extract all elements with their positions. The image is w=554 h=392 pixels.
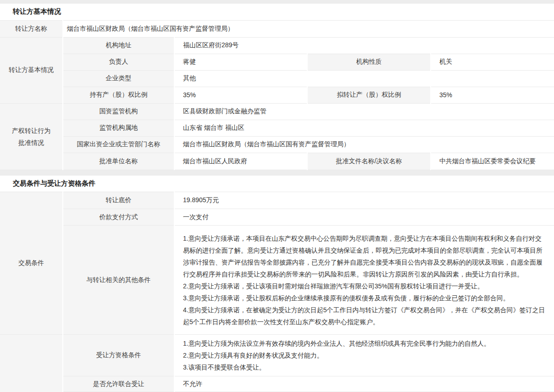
joint-transfer-label: 是否允许联合受让 <box>63 376 174 392</box>
table-row: 监管机构属地 山东省 烟台市 福山区 <box>0 120 554 136</box>
floor-price-label: 转让底价 <box>63 192 174 209</box>
approval-unit-label: 批准单位名称 <box>63 153 174 170</box>
qualification-requirements-value: 1.意向受让方须为依法设立并有效存续的境内外企业法人、其他经济组织或具有完全民事… <box>174 335 554 376</box>
holding-ratio-value: 35% <box>174 87 307 103</box>
table-row: 是否允许联合受让 不允许 <box>0 376 554 392</box>
table-row: 产权转让行为 批准情况 国资监管机构 区县级财政部门或金融办监管 <box>0 103 554 120</box>
other-conditions-paragraph-4: 4.意向受让方须承诺，在被确定为受让方的次日起5个工作日内与转让方签订《产权交易… <box>183 304 546 328</box>
payment-method-value: 一次支付 <box>174 209 554 226</box>
org-nature-label: 机构性质 <box>307 54 431 70</box>
table-row: 批准单位名称 烟台市福山区人民政府 批准文件名称/决议名称 中共烟台市福山区委常… <box>0 153 554 170</box>
approval-group-label-line2: 批准情况 <box>0 137 62 149</box>
qualification-paragraphs: 1.意向受让方须为依法设立并有效存续的境内外企业法人、其他经济组织或具有完全民事… <box>183 335 546 376</box>
section-gap <box>0 170 554 176</box>
payment-method-label: 价款支付方式 <box>63 209 174 226</box>
other-conditions-value: 1.意向受让方须承诺，本项目在山东产权交易中心公告期即为尽职调查期，意向受让方在… <box>174 226 554 335</box>
other-conditions-paragraph-3: 3.意向受让方须承诺，受让股权后标的企业继续承接原有的债权债务及或有负债，履行标… <box>183 292 546 304</box>
joint-transfer-value: 不允许 <box>174 376 554 392</box>
other-conditions-paragraphs: 1.意向受让方须承诺，本项目在山东产权交易中心公告期即为尽职调查期，意向受让方在… <box>183 230 546 331</box>
approval-group-label: 产权转让行为 批准情况 <box>0 103 63 170</box>
table-row: 国家出资企业或主管部门名称 烟台市福山区财政局（烟台市福山区国有资产监督管理局） <box>0 136 554 153</box>
qualification-paragraph-2: 2.意向受让方须具有良好的财务状况及支付能力。 <box>183 349 546 361</box>
qualification-paragraph-3: 3.该项目不接受联合体受让。 <box>183 361 546 373</box>
state-funded-enterprise-label: 国家出资企业或主管部门名称 <box>63 136 174 153</box>
table-row: 受让方资格条件 1.意向受让方须为依法设立并有效存续的境内外企业法人、其他经济组… <box>0 335 554 376</box>
table-row: 持有产（股）权比例 35% 拟转让产（股）权比例 35% <box>0 87 554 103</box>
regulator-location-value: 山东省 烟台市 福山区 <box>174 120 554 136</box>
approval-document-label: 批准文件名称/决议名称 <box>307 153 431 170</box>
org-nature-value: 机关 <box>431 54 554 70</box>
company-type-value: 其他 <box>174 70 554 87</box>
transferor-basic-info-table: 转让方基本情况 转让方名称 烟台市福山区财政局（烟台市福山区国有资产监督管理局）… <box>0 4 554 170</box>
other-conditions-paragraph-1: 1.意向受让方须承诺，本项目在山东产权交易中心公告期即为尽职调查期，意向受让方在… <box>183 232 546 280</box>
transfer-ratio-value: 35% <box>431 87 554 103</box>
trade-conditions-group-label: 交易条件 <box>0 192 63 335</box>
table-row: 交易条件 转让底价 19.8905万元 <box>0 192 554 209</box>
other-conditions-label: 与转让相关的其他条件 <box>63 226 174 335</box>
qualification-group-cell <box>0 335 63 392</box>
table-row: 转让方名称 烟台市福山区财政局（烟台市福山区国有资产监督管理局） <box>0 20 554 37</box>
table-row: 负责人 蒋健 机构性质 机关 <box>0 54 554 70</box>
table-row: 转让方基本情况 <box>0 4 554 20</box>
qualification-paragraph-1: 1.意向受让方须为依法设立并有效存续的境内外企业法人、其他经济组织或具有完全民事… <box>183 337 546 349</box>
approval-unit-value: 烟台市福山区人民政府 <box>174 153 307 170</box>
section2-title: 交易条件与受让方资格条件 <box>0 176 554 192</box>
top-gap <box>0 0 554 4</box>
state-funded-enterprise-value: 烟台市福山区财政局（烟台市福山区国有资产监督管理局） <box>174 136 554 153</box>
section1-title: 转让方基本情况 <box>0 4 554 20</box>
regulator-location-label: 监管机构属地 <box>63 120 174 136</box>
regulator-label: 国资监管机构 <box>63 103 174 120</box>
company-type-label: 企业类型 <box>63 70 174 87</box>
table-row: 交易条件与受让方资格条件 <box>0 176 554 192</box>
principal-value: 蒋健 <box>174 54 307 70</box>
table-row: 转让方基本情况 机构地址 福山区区府街289号 <box>0 37 554 54</box>
table-row: 价款支付方式 一次支付 <box>0 209 554 226</box>
other-conditions-paragraph-2: 2.意向受让方须承诺，受让该项目时需对烟台祥瑞旅游汽车有限公司35%国有股权转让… <box>183 280 546 292</box>
address-value: 福山区区府街289号 <box>174 37 554 54</box>
table-row: 企业类型 其他 <box>0 70 554 87</box>
transfer-ratio-label: 拟转让产（股）权比例 <box>307 87 431 103</box>
transferor-name-value: 烟台市福山区财政局（烟台市福山区国有资产监督管理局） <box>63 20 554 37</box>
transfer-info-page: 转让方基本情况 转让方名称 烟台市福山区财政局（烟台市福山区国有资产监督管理局）… <box>0 0 554 392</box>
trade-conditions-table: 交易条件与受让方资格条件 交易条件 转让底价 19.8905万元 价款支付方式 … <box>0 176 554 392</box>
principal-label: 负责人 <box>63 54 174 70</box>
qualification-requirements-label: 受让方资格条件 <box>63 335 174 376</box>
regulator-value: 区县级财政部门或金融办监管 <box>174 103 554 120</box>
floor-price-value: 19.8905万元 <box>174 192 554 209</box>
table-row: 与转让相关的其他条件 1.意向受让方须承诺，本项目在山东产权交易中心公告期即为尽… <box>0 226 554 335</box>
transferor-name-label: 转让方名称 <box>0 20 63 37</box>
approval-group-label-line1: 产权转让行为 <box>0 125 62 137</box>
holding-ratio-label: 持有产（股）权比例 <box>63 87 174 103</box>
address-label: 机构地址 <box>63 37 174 54</box>
approval-document-value: 中共烟台市福山区委常委会议纪要 <box>431 153 554 170</box>
basic-group-label: 转让方基本情况 <box>0 37 63 103</box>
